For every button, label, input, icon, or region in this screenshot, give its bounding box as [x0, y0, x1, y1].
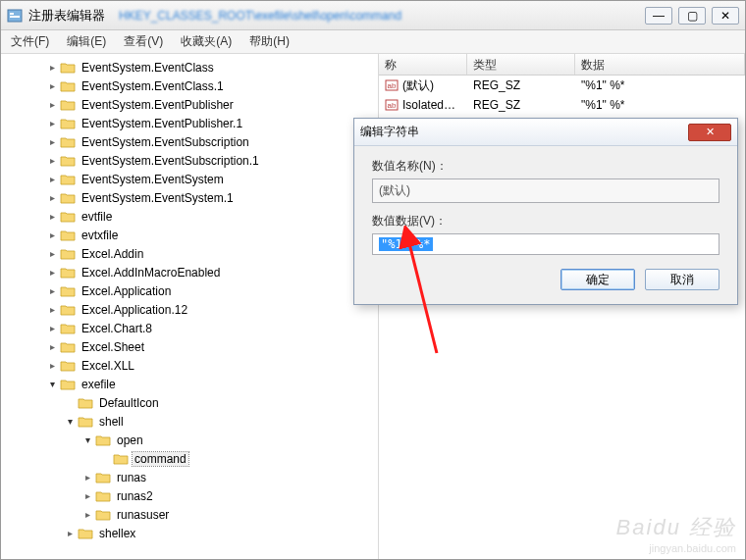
expand-icon[interactable]: ▸ [46, 155, 58, 166]
expand-icon[interactable]: ▸ [46, 211, 58, 222]
value-data-field[interactable]: "%1" %* [372, 233, 719, 255]
expand-icon[interactable]: ▸ [46, 267, 58, 278]
list-row[interactable]: ab(默认)REG_SZ"%1" %* [379, 76, 745, 95]
tree-item[interactable]: ▸Excel.AddInMacroEnabled [1, 263, 378, 281]
minimize-button[interactable]: — [645, 7, 672, 25]
ok-button[interactable]: 确定 [560, 269, 635, 290]
expand-icon[interactable]: ▸ [46, 62, 58, 73]
menu-edit[interactable]: 编辑(E) [67, 33, 106, 50]
tree-item[interactable]: ▸EventSystem.EventSubscription [1, 132, 378, 151]
tree-item[interactable]: ▸runas2 [1, 486, 378, 505]
tree-item-label[interactable]: Excel.Sheet [80, 340, 146, 354]
tree-item[interactable]: ▾shell [1, 412, 378, 431]
tree-item[interactable]: ▸EventSystem.EventPublisher [1, 95, 378, 114]
col-header-type[interactable]: 类型 [467, 54, 575, 75]
tree-item-label[interactable]: exefile [80, 378, 118, 391]
tree-item[interactable]: ▸EventSystem.EventSystem.1 [1, 188, 378, 207]
expand-icon[interactable]: ▸ [81, 509, 93, 520]
collapse-icon[interactable]: ▾ [81, 434, 93, 445]
tree-item-label[interactable]: Excel.Application.12 [80, 303, 189, 317]
expand-icon[interactable]: ▸ [46, 229, 58, 240]
tree-item[interactable]: DefaultIcon [1, 393, 378, 412]
tree-item-label[interactable]: DefaultIcon [97, 396, 161, 410]
collapse-icon[interactable]: ▾ [64, 416, 76, 427]
tree-item-label[interactable]: runasuser [115, 508, 171, 522]
expand-icon[interactable]: ▸ [46, 285, 58, 296]
folder-icon [60, 359, 76, 373]
tree-item[interactable]: ▾open [1, 431, 378, 449]
expand-icon[interactable]: ▸ [64, 528, 76, 538]
cell-type: REG_SZ [467, 98, 575, 112]
menu-help[interactable]: 帮助(H) [249, 33, 290, 50]
tree-item[interactable]: ▸Excel.Application [1, 281, 378, 300]
tree-item[interactable]: ▸Excel.XLL [1, 356, 378, 375]
tree-item-label[interactable]: Excel.Addin [80, 247, 145, 261]
tree-item-label[interactable]: command [133, 452, 188, 466]
col-header-name[interactable]: 称 [379, 54, 467, 75]
tree-item[interactable]: ▸runas [1, 468, 378, 486]
expand-icon[interactable]: ▸ [46, 99, 58, 110]
maximize-button[interactable]: ▢ [678, 7, 706, 25]
tree-item-label[interactable]: shell [97, 415, 126, 429]
tree-item-label[interactable]: Excel.AddInMacroEnabled [80, 266, 222, 280]
expand-icon[interactable]: ▸ [46, 192, 58, 203]
dialog-close-button[interactable]: ✕ [688, 124, 731, 141]
tree-item-label[interactable]: Excel.XLL [80, 359, 136, 373]
tree-item-label[interactable]: EventSystem.EventSubscription.1 [80, 154, 261, 168]
tree-item-label[interactable]: EventSystem.EventPublisher.1 [80, 117, 244, 130]
tree-item-label[interactable]: evtxfile [80, 229, 120, 242]
expand-icon[interactable]: ▸ [46, 80, 58, 91]
expand-icon[interactable]: ▸ [46, 248, 58, 259]
tree-item[interactable]: ▸EventSystem.EventPublisher.1 [1, 114, 378, 132]
tree-item[interactable]: ▾exefile [1, 375, 378, 393]
close-button[interactable]: ✕ [712, 7, 739, 25]
expand-icon[interactable]: ▸ [46, 323, 58, 333]
tree-item-label[interactable]: EventSystem.EventSystem.1 [80, 191, 236, 205]
tree-item-label[interactable]: shellex [97, 527, 137, 540]
tree-item-label[interactable]: EventSystem.EventSubscription [80, 135, 251, 149]
tree-item[interactable]: ▸Excel.Addin [1, 244, 378, 263]
menu-favorites[interactable]: 收藏夹(A) [181, 33, 232, 50]
tree-item[interactable]: ▸Excel.Chart.8 [1, 319, 378, 337]
cancel-button[interactable]: 取消 [645, 269, 719, 290]
tree-item[interactable]: ▸runasuser [1, 505, 378, 524]
tree-item[interactable]: ▸EventSystem.EventClass [1, 58, 378, 76]
tree-item[interactable]: ▸EventSystem.EventSubscription.1 [1, 151, 378, 170]
tree-item[interactable]: command [1, 449, 378, 468]
tree-item-label[interactable]: runas2 [115, 489, 155, 503]
menu-view[interactable]: 查看(V) [124, 33, 163, 50]
tree-item-label[interactable]: EventSystem.EventSystem [80, 173, 226, 186]
tree-item[interactable]: ▸Excel.Application.12 [1, 300, 378, 319]
tree-item-label[interactable]: Excel.Chart.8 [80, 322, 154, 335]
tree-item-label[interactable]: EventSystem.EventPublisher [80, 98, 236, 112]
tree-item-label[interactable]: evtfile [80, 210, 114, 224]
expand-icon[interactable]: ▸ [46, 304, 58, 315]
tree-item[interactable]: ▸shellex [1, 524, 378, 542]
menu-file[interactable]: 文件(F) [11, 33, 49, 50]
tree-item[interactable]: ▸EventSystem.EventSystem [1, 170, 378, 188]
folder-icon [60, 79, 76, 93]
expand-icon[interactable]: ▸ [81, 490, 93, 501]
tree-item-label[interactable]: runas [115, 471, 148, 484]
tree-item[interactable]: ▸EventSystem.EventClass.1 [1, 76, 378, 95]
tree-pane[interactable]: ▸EventSystem.EventClass▸EventSystem.Even… [1, 54, 379, 559]
list-row[interactable]: abIsolatedComm...REG_SZ"%1" %* [379, 95, 745, 115]
expand-icon[interactable]: ▸ [46, 360, 58, 371]
tree-item-label[interactable]: open [115, 433, 145, 447]
folder-icon [60, 229, 76, 242]
tree-item-label[interactable]: EventSystem.EventClass.1 [80, 79, 226, 93]
collapse-icon[interactable]: ▾ [46, 379, 58, 389]
expand-icon[interactable]: ▸ [81, 472, 93, 483]
tree-item-label[interactable]: Excel.Application [80, 284, 173, 298]
tree-item[interactable]: ▸evtxfile [1, 226, 378, 244]
tree-item-label[interactable]: EventSystem.EventClass [80, 61, 216, 75]
value-name-field[interactable]: (默认) [372, 178, 719, 203]
tree-item[interactable]: ▸evtfile [1, 207, 378, 226]
expand-icon[interactable]: ▸ [46, 118, 58, 128]
tree-item[interactable]: ▸Excel.Sheet [1, 337, 378, 356]
col-header-data[interactable]: 数据 [575, 54, 745, 75]
expand-icon[interactable]: ▸ [46, 136, 58, 147]
dialog-titlebar[interactable]: 编辑字符串 ✕ [354, 119, 737, 146]
expand-icon[interactable]: ▸ [46, 174, 58, 184]
expand-icon[interactable]: ▸ [46, 341, 58, 352]
